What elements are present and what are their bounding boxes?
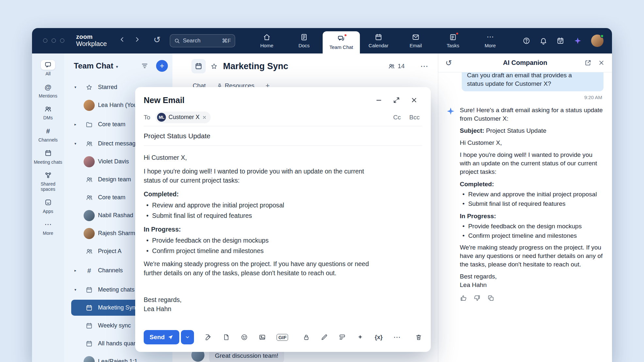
layout-fields-icon[interactable] xyxy=(339,334,346,341)
gif-icon[interactable]: GIF xyxy=(277,334,288,341)
ai-history-icon[interactable]: ↺ xyxy=(445,58,452,68)
rail-dms-label: DMs xyxy=(43,115,53,121)
rail-item-all[interactable]: All xyxy=(33,57,63,80)
nav-email[interactable]: Email xyxy=(397,28,434,53)
help-icon[interactable] xyxy=(523,37,530,45)
lock-icon[interactable] xyxy=(303,334,310,341)
send-options-button[interactable] xyxy=(181,330,194,344)
email-intro: I hope you're doing well! I wanted to pr… xyxy=(144,167,370,185)
variables-icon[interactable]: {x} xyxy=(375,334,382,341)
collapse-triangle-icon[interactable]: ▾ xyxy=(74,288,80,292)
emoji-icon[interactable] xyxy=(241,334,248,341)
ai-response: Sure! Here's a draft email asking for a … xyxy=(460,106,604,302)
nav-calendar-label: Calendar xyxy=(369,43,389,48)
email-completed-heading: Completed: xyxy=(144,189,370,199)
template-file-icon[interactable] xyxy=(223,334,230,341)
collapse-triangle-icon[interactable]: ▾ xyxy=(74,142,80,146)
rail-item-mentions[interactable]: @ Mentions xyxy=(33,80,63,102)
members-count[interactable]: 14 xyxy=(388,63,405,70)
hash-icon: # xyxy=(84,265,95,276)
shared-spaces-icon xyxy=(44,170,52,180)
new-chat-button[interactable]: + xyxy=(156,60,168,72)
people-icon xyxy=(84,138,95,149)
nav-more[interactable]: ⋯ More xyxy=(472,28,509,53)
rail-item-meeting-chats[interactable]: Meeting chats xyxy=(33,146,63,168)
top-bar: zoom Workplace ↺ Search ⌘F xyxy=(32,28,612,53)
zoom-window-control[interactable] xyxy=(60,38,64,43)
subject-field[interactable]: Project Status Update xyxy=(144,126,422,146)
email-body-editor[interactable]: Hi Customer X, I hope you're doing well!… xyxy=(144,146,370,313)
thumbs-down-icon[interactable] xyxy=(474,294,481,302)
notifications-bell-icon[interactable] xyxy=(539,37,547,45)
back-button[interactable] xyxy=(119,36,125,43)
open-in-new-icon[interactable] xyxy=(585,59,591,66)
collapse-triangle-icon[interactable]: ▸ xyxy=(74,268,80,273)
ai-inprogress-heading: In Progress: xyxy=(460,212,604,220)
history-icon[interactable]: ↺ xyxy=(153,35,161,45)
search-input[interactable]: Search ⌘F xyxy=(170,34,235,47)
user-avatar[interactable] xyxy=(591,35,604,47)
ai-subject-line: Subject: Project Status Update xyxy=(460,127,604,135)
chat-item-label: Weekly sync xyxy=(98,322,131,329)
ai-closing: We're making steady progress on the proj… xyxy=(460,243,604,269)
rail-channels-label: Channels xyxy=(38,138,57,143)
ai-companion-sparkle-icon[interactable] xyxy=(573,37,582,45)
group-icon xyxy=(84,192,95,203)
ai-sparkle-icon xyxy=(446,106,455,302)
nav-team-chat[interactable]: Team Chat xyxy=(323,31,360,53)
minimize-window-control[interactable] xyxy=(52,38,56,43)
favorite-star-icon[interactable] xyxy=(210,63,218,70)
rail-item-shared-spaces[interactable]: Shared spaces xyxy=(33,168,63,195)
recipient-chip[interactable]: ML Customer X xyxy=(155,112,211,123)
expand-icon[interactable] xyxy=(393,97,400,104)
main-navigation: Home Docs Team Chat Calendar xyxy=(248,28,509,53)
search-shortcut: ⌘F xyxy=(222,38,231,44)
window-controls[interactable] xyxy=(43,38,64,43)
filter-icon[interactable] xyxy=(141,62,148,69)
member-count-value: 14 xyxy=(398,63,405,70)
more-options-icon[interactable]: ⋯ xyxy=(393,333,400,341)
close-icon[interactable] xyxy=(411,97,418,104)
email-bullet: •Confirm project timeline and milestones xyxy=(144,246,370,255)
rail-item-apps[interactable]: Apps xyxy=(33,195,63,217)
copy-icon[interactable] xyxy=(487,294,494,302)
thumbs-up-icon[interactable] xyxy=(460,294,467,302)
format-pen-icon[interactable] xyxy=(205,334,212,341)
trash-icon[interactable] xyxy=(415,334,422,341)
avatar xyxy=(84,210,95,221)
rail-item-channels[interactable]: # Channels xyxy=(33,124,63,146)
bcc-button[interactable]: Bcc xyxy=(409,114,420,121)
forward-button[interactable] xyxy=(134,36,140,43)
email-closing: We're making steady progress on the proj… xyxy=(144,259,370,278)
chatlist-item-lea-rajesh[interactable]: Lea/Rajesh 1:1 xyxy=(64,353,172,362)
minimize-icon[interactable] xyxy=(375,97,382,104)
pencil-icon[interactable] xyxy=(321,334,328,341)
image-icon[interactable] xyxy=(259,334,266,341)
close-icon[interactable] xyxy=(598,59,605,66)
nav-tasks[interactable]: Tasks xyxy=(434,28,472,53)
new-email-modal: New Email To ML Customer X xyxy=(135,87,431,352)
ai-bullet: •Review and approve the initial project … xyxy=(460,190,604,199)
panel-title[interactable]: Team Chat xyxy=(74,61,113,70)
nav-docs[interactable]: Docs xyxy=(285,28,323,53)
tasks-icon xyxy=(449,33,457,41)
channel-more-icon[interactable]: ⋯ xyxy=(420,62,428,71)
remove-recipient-icon[interactable] xyxy=(202,115,207,120)
dms-people-icon xyxy=(44,104,52,114)
meeting-chats-calendar-icon xyxy=(44,148,52,158)
collapse-triangle-icon[interactable]: ▾ xyxy=(74,85,80,89)
nav-calendar[interactable]: Calendar xyxy=(360,28,397,53)
cc-button[interactable]: Cc xyxy=(393,114,401,121)
rail-item-more[interactable]: ⋯ More xyxy=(33,217,63,239)
avatar xyxy=(84,156,95,167)
calendar-check-icon[interactable] xyxy=(556,37,564,45)
ai-sparkle-icon[interactable] xyxy=(357,334,364,341)
calendar-icon xyxy=(84,320,95,331)
send-button[interactable]: Send xyxy=(144,330,179,344)
recipients-field[interactable]: To ML Customer X Cc Bcc xyxy=(144,109,422,126)
collapse-triangle-icon[interactable]: ▸ xyxy=(74,122,80,127)
nav-home[interactable]: Home xyxy=(248,28,285,53)
rail-item-dms[interactable]: DMs xyxy=(33,101,63,124)
chat-item-label: Design team xyxy=(98,176,131,183)
close-window-control[interactable] xyxy=(43,38,47,43)
